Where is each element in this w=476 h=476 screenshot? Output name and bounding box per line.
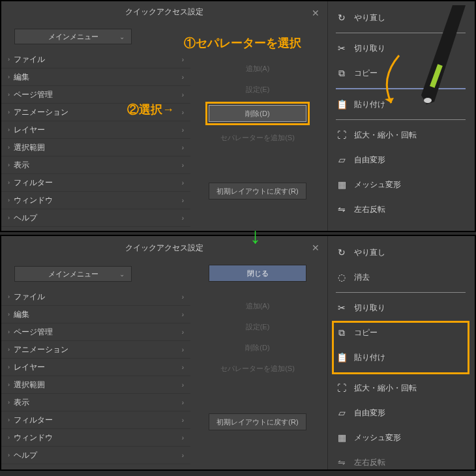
tree-item-window[interactable]: ›ウィンドウ› bbox=[1, 429, 190, 447]
dialog-body: メインメニュー ⌄ ›ファイル› ›編集› ›ページ管理› ›アニメーション› … bbox=[1, 22, 327, 231]
tree-item-view[interactable]: ›表示› bbox=[1, 394, 190, 411]
chevron-right-icon: › bbox=[182, 91, 184, 98]
chevron-right-icon: › bbox=[182, 381, 184, 389]
settings-button: 設定(E) bbox=[209, 81, 306, 98]
add-button: 追加(A) bbox=[209, 60, 306, 77]
quick-item-redo[interactable]: ↻ やり直し bbox=[328, 5, 473, 30]
chevron-right-icon: › bbox=[182, 399, 184, 406]
menu-tree-column: メインメニュー ⌄ ›ファイル› ›編集› ›ページ管理› ›アニメーション› … bbox=[1, 22, 190, 231]
caret-right-icon: › bbox=[8, 179, 10, 186]
tree-item-help[interactable]: ›ヘルプ› bbox=[1, 447, 190, 464]
tree-item-selection[interactable]: ›選択範囲› bbox=[1, 376, 190, 394]
menu-dropdown[interactable]: メインメニュー ⌄ bbox=[14, 266, 132, 282]
flip-horizontal-icon: ⇋ bbox=[336, 456, 348, 468]
add-button: 追加(A) bbox=[209, 297, 306, 314]
caret-right-icon: › bbox=[8, 293, 10, 300]
close-button[interactable]: 閉じる bbox=[209, 265, 306, 282]
caret-right-icon: › bbox=[8, 346, 10, 353]
chevron-right-icon: › bbox=[182, 197, 184, 204]
caret-right-icon: › bbox=[8, 162, 10, 168]
action-buttons-column: 追加(A) 設定(E) 削除(D) セパレーターを追加(S) 初期レイアウトに戻… bbox=[190, 22, 327, 231]
paste-icon: 📋 bbox=[336, 351, 348, 363]
add-separator-button: セパレーターを追加(S) bbox=[209, 360, 306, 377]
quick-item-transform[interactable]: ⛶ 拡大・縮小・回転 bbox=[328, 376, 473, 400]
dialog-header: クイックアクセス設定 ✕ bbox=[1, 1, 327, 22]
chevron-right-icon: › bbox=[182, 364, 184, 371]
caret-right-icon: › bbox=[8, 311, 10, 318]
tree-item-page[interactable]: ›ページ管理› bbox=[1, 86, 190, 104]
caret-right-icon: › bbox=[8, 399, 10, 406]
quick-item-free-transform[interactable]: ▱ 自由変形 bbox=[328, 400, 473, 425]
tree-item-selection[interactable]: ›選択範囲› bbox=[1, 139, 190, 156]
copy-icon: ⧉ bbox=[336, 327, 348, 338]
caret-right-icon: › bbox=[8, 126, 10, 133]
quick-item-mesh[interactable]: ▦ メッシュ変形 bbox=[328, 425, 473, 450]
tree-item-view[interactable]: ›表示› bbox=[1, 156, 190, 174]
free-transform-icon: ▱ bbox=[336, 407, 348, 419]
quick-item-redo[interactable]: ↻ やり直し bbox=[328, 240, 473, 265]
quick-item-transform[interactable]: ⛶ 拡大・縮小・回転 bbox=[328, 123, 473, 147]
menu-dropdown[interactable]: メインメニュー ⌄ bbox=[14, 29, 132, 44]
transform-icon: ⛶ bbox=[336, 129, 348, 141]
chevron-right-icon: › bbox=[182, 109, 184, 116]
quick-item-free-transform[interactable]: ▱ 自由変形 bbox=[328, 147, 473, 172]
delete-button[interactable]: 削除(D) bbox=[209, 105, 306, 122]
quick-access-panel-after: ↻ やり直し ◌ 消去 ✂ 切り取り ⧉ コピー 📋 貼り付け ⛶ 拡大・縮小・… bbox=[327, 236, 473, 469]
tree-item-file[interactable]: ›ファイル› bbox=[1, 288, 190, 306]
caret-right-icon: › bbox=[8, 329, 10, 335]
tree-item-help[interactable]: ›ヘルプ› bbox=[1, 209, 190, 227]
tree-item-animation[interactable]: ›アニメーション› bbox=[1, 104, 190, 121]
chevron-right-icon: › bbox=[182, 452, 184, 459]
redo-icon: ↻ bbox=[336, 12, 348, 23]
tree-item-window[interactable]: ›ウィンドウ› bbox=[1, 192, 190, 209]
chevron-right-icon: › bbox=[182, 329, 184, 336]
quick-item-paste[interactable]: 📋 貼り付け bbox=[328, 345, 473, 370]
tree-item-edit[interactable]: ›編集› bbox=[1, 68, 190, 86]
quick-access-panel-before: ↻ やり直し ✂ 切り取り ⧉ コピー 📋 貼り付け ⛶ 拡大・縮小・回転 ▱ … bbox=[327, 1, 473, 231]
quick-access-settings-dialog: クイックアクセス設定 ✕ メインメニュー ⌄ ›ファイル› ›編集› ›ページ管… bbox=[1, 236, 327, 469]
tree-item-file[interactable]: ›ファイル› bbox=[1, 51, 190, 68]
scissors-icon: ✂ bbox=[336, 302, 348, 314]
chevron-right-icon: › bbox=[182, 74, 184, 81]
quick-item-flip[interactable]: ⇋ 左右反転 bbox=[328, 450, 473, 475]
separator bbox=[336, 33, 466, 33]
dropdown-label: メインメニュー bbox=[48, 32, 98, 42]
delete-button: 削除(D) bbox=[209, 339, 306, 356]
scissors-icon: ✂ bbox=[336, 42, 348, 54]
tree-item-page[interactable]: ›ページ管理› bbox=[1, 323, 190, 341]
highlight-delete: 削除(D) bbox=[205, 102, 310, 125]
quick-access-settings-dialog: クイックアクセス設定 ✕ メインメニュー ⌄ ›ファイル› ›編集› ›ページ管… bbox=[1, 1, 327, 231]
tree-item-layer[interactable]: ›レイヤー› bbox=[1, 359, 190, 376]
loading-icon: ◌ bbox=[336, 271, 348, 283]
quick-item-copy[interactable]: ⧉ コピー bbox=[328, 61, 473, 85]
add-separator-button: セパレーターを追加(S) bbox=[209, 129, 306, 146]
tree-item-filter[interactable]: ›フィルター› bbox=[1, 411, 190, 429]
caret-right-icon: › bbox=[8, 434, 10, 441]
close-icon[interactable]: ✕ bbox=[312, 243, 320, 253]
mesh-icon: ▦ bbox=[336, 179, 348, 190]
reset-layout-button[interactable]: 初期レイアウトに戻す(R) bbox=[209, 413, 306, 430]
tree-item-layer[interactable]: ›レイヤー› bbox=[1, 121, 190, 139]
quick-item-cut[interactable]: ✂ 切り取り bbox=[328, 36, 473, 61]
dialog-header: クイックアクセス設定 ✕ bbox=[1, 236, 327, 260]
tree-item-filter[interactable]: ›フィルター› bbox=[1, 174, 190, 192]
action-buttons-column: 閉じる 追加(A) 設定(E) 削除(D) セパレーターを追加(S) 初期レイア… bbox=[190, 260, 327, 469]
quick-item-paste[interactable]: 📋 貼り付け bbox=[328, 92, 473, 117]
close-icon[interactable]: ✕ bbox=[312, 8, 320, 18]
separator-selected[interactable] bbox=[336, 88, 466, 89]
caret-right-icon: › bbox=[8, 144, 10, 151]
copy-icon: ⧉ bbox=[336, 67, 348, 79]
dropdown-label: メインメニュー bbox=[48, 269, 98, 279]
flip-horizontal-icon: ⇋ bbox=[336, 203, 348, 215]
tree-item-edit[interactable]: ›編集› bbox=[1, 306, 190, 323]
reset-layout-button[interactable]: 初期レイアウトに戻す(R) bbox=[209, 183, 306, 200]
quick-item-erase[interactable]: ◌ 消去 bbox=[328, 265, 473, 290]
quick-item-copy[interactable]: ⧉ コピー bbox=[328, 320, 473, 345]
dialog-title: クイックアクセス設定 bbox=[125, 243, 203, 254]
quick-item-cut[interactable]: ✂ 切り取り bbox=[328, 295, 473, 320]
quick-item-mesh[interactable]: ▦ メッシュ変形 bbox=[328, 172, 473, 197]
caret-right-icon: › bbox=[8, 74, 10, 80]
caret-right-icon: › bbox=[8, 381, 10, 388]
tree-item-animation[interactable]: ›アニメーション› bbox=[1, 341, 190, 359]
quick-item-flip[interactable]: ⇋ 左右反転 bbox=[328, 197, 473, 222]
